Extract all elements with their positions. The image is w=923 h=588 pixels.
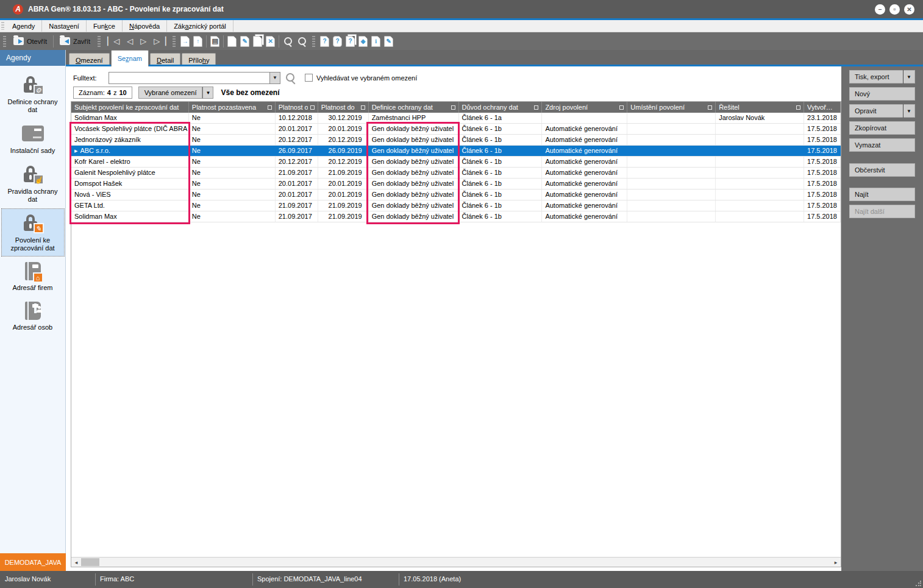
print-export-dropdown-icon[interactable] <box>903 70 914 83</box>
column-header[interactable]: Řešitel <box>716 102 804 113</box>
table-row[interactable]: Jednorázový zákazníkNe20.12.201720.12.20… <box>71 135 841 146</box>
sidebar-item-pravidla-ochrany-dat[interactable]: Pravidla ochrany dat <box>2 160 64 207</box>
sidebar-item-povoleni-ke-zpracovani-dat[interactable]: Povolení ke zpracování dat <box>2 209 64 256</box>
table-cell: Článek 6 - 1b <box>459 179 543 189</box>
column-filter-icon[interactable] <box>310 105 315 110</box>
sidebar-item-definice-ochrany-dat[interactable]: Definice ochrany dat <box>2 71 64 118</box>
column-header[interactable]: Subjekt povolení ke zpracování dat <box>71 102 189 113</box>
find-button[interactable]: Najít <box>849 188 915 201</box>
column-header[interactable]: Důvod ochrany dat <box>459 102 543 113</box>
new-button[interactable]: Nový <box>849 87 915 101</box>
table-cell: Gen doklady běžný uživatel <box>369 135 459 145</box>
scroll-right-button[interactable] <box>831 558 841 567</box>
checkbox-label: Vyhledávat ve vybraném omezení <box>316 74 417 82</box>
column-filter-icon[interactable] <box>796 105 800 110</box>
resize-grip-icon[interactable] <box>915 580 921 586</box>
table-cell <box>627 113 716 123</box>
last-record-icon[interactable] <box>150 37 169 46</box>
fulltext-dropdown-button[interactable] <box>269 73 280 83</box>
scroll-left-button[interactable] <box>71 558 81 567</box>
titlebar: A ABRA Gen® 18.03.13 - ABC - Povolení ke… <box>0 0 923 18</box>
minimize-button[interactable] <box>875 4 885 15</box>
sidebar-item-adresar-firem[interactable]: Adresář firem <box>2 258 64 296</box>
table-cell: Automatické generování <box>542 157 627 167</box>
column-header[interactable]: Platnost od <box>276 102 318 113</box>
sidebar-item-instalacni-sady[interactable]: Instalační sady <box>2 119 64 158</box>
column-filter-icon[interactable] <box>451 105 455 110</box>
table-cell <box>627 135 716 145</box>
table-row[interactable]: Nová - ViESNe20.01.201720.01.2019Gen dok… <box>71 190 841 200</box>
table-row[interactable]: GETA Ltd.Ne21.09.201721.09.2019Gen dokla… <box>71 200 841 211</box>
column-filter-icon[interactable] <box>361 105 365 110</box>
open-button[interactable]: Otevřít <box>9 34 51 49</box>
related-records-icon[interactable] <box>358 36 368 47</box>
restriction-dropdown-button[interactable] <box>202 87 213 99</box>
print-export-button[interactable]: Tisk, export <box>849 70 915 83</box>
table-row[interactable]: Solidman MaxNe10.12.201830.12.2019Zaměst… <box>71 113 841 124</box>
copy-button[interactable]: Zkopírovat <box>849 121 915 135</box>
column-filter-icon[interactable] <box>534 105 538 110</box>
delete-button[interactable]: Vymazat <box>849 138 915 152</box>
horizontal-scrollbar[interactable] <box>71 557 841 567</box>
table-cell <box>627 157 716 167</box>
table-cell: Článek 6 - 1b <box>459 146 543 156</box>
column-header[interactable]: Platnost do <box>318 102 369 113</box>
context-help-icon[interactable] <box>333 36 342 47</box>
menu-zakaznicky-portal[interactable]: Zákaznický portál <box>167 20 233 32</box>
new-record-icon[interactable] <box>227 36 237 47</box>
column-header[interactable]: Zdroj povolení <box>542 102 627 113</box>
first-record-icon[interactable] <box>104 37 123 46</box>
refresh-search-icon[interactable] <box>297 36 307 47</box>
help-icon[interactable] <box>320 36 329 47</box>
table-cell: Zaměstnanci HPP <box>369 113 459 123</box>
notes-icon[interactable] <box>384 36 393 47</box>
search-icon[interactable] <box>283 36 293 47</box>
column-header[interactable]: Umístění povolení <box>627 102 716 113</box>
find-next-button[interactable]: Najít další <box>849 205 915 218</box>
maximize-button[interactable] <box>889 4 900 15</box>
column-header[interactable]: Vytvoř… <box>804 102 841 113</box>
table-cell: Automatické generování <box>542 146 627 156</box>
column-header[interactable]: Platnost pozastavena <box>189 102 276 113</box>
info-icon[interactable] <box>371 36 380 47</box>
menu-agendy[interactable]: Agendy <box>5 20 42 32</box>
column-filter-icon[interactable] <box>268 105 272 110</box>
print-icon[interactable] <box>210 36 219 47</box>
sidebar-item-adresar-osob[interactable]: Adresář osob <box>2 297 64 335</box>
close-agenda-button[interactable]: Zavřít <box>55 34 94 49</box>
search-in-restriction-checkbox[interactable] <box>305 74 313 82</box>
edit-dropdown-icon[interactable] <box>903 104 914 118</box>
fulltext-search-icon[interactable] <box>285 73 296 83</box>
selected-restriction-button[interactable]: Vybrané omezení <box>138 87 203 99</box>
column-header[interactable]: Definice ochrany dat <box>369 102 459 113</box>
table-row[interactable]: ABC s.r.o.Ne26.09.201726.09.2019Gen dokl… <box>71 146 841 157</box>
table-row[interactable]: Galenit Nespolehlivý plátceNe21.09.20172… <box>71 168 841 179</box>
tab-seznam[interactable]: Seznam <box>111 50 149 66</box>
table-row[interactable]: Domspot HašekNe20.01.201720.01.2019Gen d… <box>71 179 841 190</box>
fulltext-combobox <box>109 72 280 84</box>
refresh-button[interactable]: Občerstvit <box>849 163 915 177</box>
table-cell: 20.12.2017 <box>276 135 318 145</box>
table-row[interactable]: Vocásek Spolehlivý plátce (DIČ ABRANe20.… <box>71 124 841 135</box>
menu-nastaveni[interactable]: Nastavení <box>42 20 87 32</box>
column-filter-icon[interactable] <box>619 105 624 110</box>
delete-record-icon[interactable] <box>266 36 275 47</box>
edit-button[interactable]: Opravit <box>849 104 915 118</box>
table-row[interactable]: Solidman MaxNe21.09.201721.09.2019Gen do… <box>71 211 841 222</box>
copy-record-icon[interactable] <box>253 36 262 47</box>
close-button[interactable] <box>904 4 914 15</box>
table-cell: Ne <box>189 146 276 156</box>
help-topics-icon[interactable] <box>346 36 355 47</box>
reopen-agenda-icon[interactable] <box>193 36 202 47</box>
edit-record-icon[interactable] <box>240 36 249 47</box>
column-filter-icon[interactable] <box>708 105 712 110</box>
previous-record-icon[interactable] <box>123 37 137 46</box>
scroll-thumb[interactable] <box>81 558 99 566</box>
table-cell: Ne <box>189 124 276 134</box>
table-row[interactable]: Kofr Karel - elektroNe20.12.201720.12.20… <box>71 157 841 168</box>
next-record-icon[interactable] <box>137 37 150 46</box>
open-in-editation-icon[interactable] <box>180 36 190 47</box>
menu-funkce[interactable]: Funkce <box>87 20 123 32</box>
menu-napoveda[interactable]: Nápověda <box>123 20 167 32</box>
fulltext-input[interactable] <box>109 73 269 83</box>
